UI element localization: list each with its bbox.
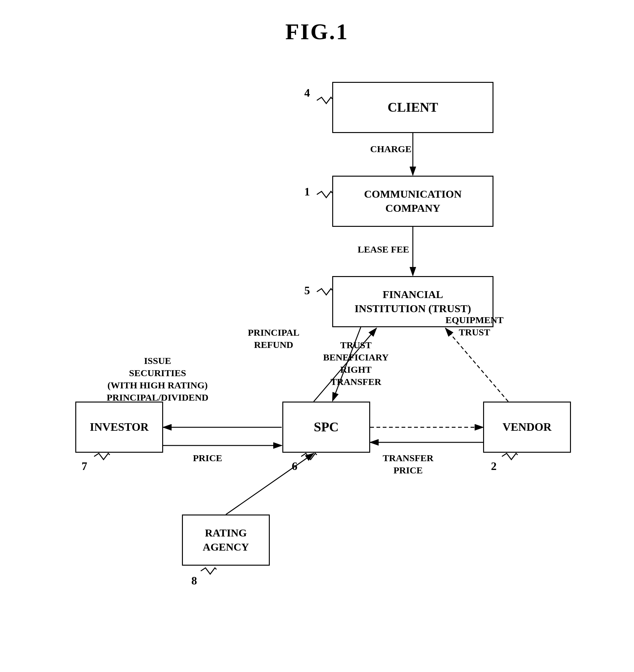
box-vendor: VENDOR <box>483 402 571 453</box>
label-trust-beneficiary: TRUSTBENEFICIARYRIGHTTRANSFER <box>323 339 389 388</box>
box-rating: RATINGAGENCY <box>182 514 270 566</box>
label-price: PRICE <box>193 452 222 464</box>
refnum-5: 5 <box>304 284 310 297</box>
label-transfer-price: TRANSFERPRICE <box>383 452 434 476</box>
refnum-7: 7 <box>81 460 87 473</box>
refnum-8: 8 <box>191 574 197 587</box>
label-issue-securities: ISSUESECURITIES(WITH HIGH RATING)PRINCIP… <box>107 355 208 404</box>
svg-line-7 <box>445 328 508 402</box>
box-client: CLIENT <box>332 82 493 133</box>
diagram-svg <box>0 0 634 672</box>
box-comm: COMMUNICATIONCOMPANY <box>332 176 493 227</box>
refnum-6: 6 <box>292 460 297 473</box>
box-investor: INVESTOR <box>75 402 163 453</box>
refnum-4: 4 <box>304 86 310 99</box>
refnum-2: 2 <box>491 460 496 473</box>
svg-line-12 <box>226 453 314 514</box>
label-charge: CHARGE <box>370 143 412 155</box>
label-equipment-trust: EQUIPMENTTRUST <box>445 314 504 338</box>
diagram-container: FIG.1 CLIENT COMMUNICATIONCOMPANY FINANC… <box>0 0 634 672</box>
label-leasefee: LEASE FEE <box>358 243 409 255</box>
figure-title: FIG.1 <box>285 19 348 45</box>
label-principal-refund: PRINCIPALREFUND <box>248 326 299 351</box>
refnum-1: 1 <box>304 185 310 198</box>
box-spc: SPC <box>282 402 370 453</box>
